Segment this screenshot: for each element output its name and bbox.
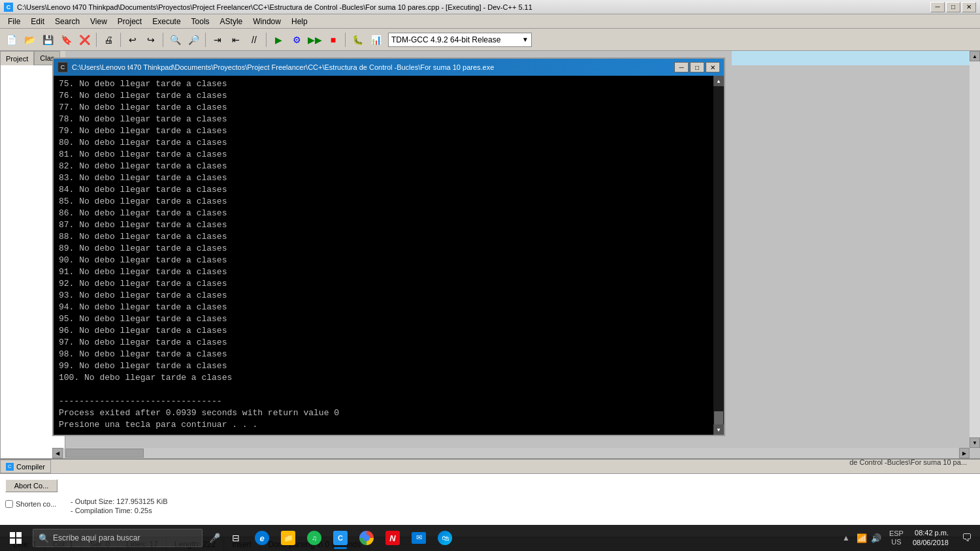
toolbar-separator-2 bbox=[120, 33, 121, 47]
scroll-up-button[interactable]: ▲ bbox=[713, 76, 724, 86]
taskbar-explorer-icon[interactable]: 📁 bbox=[275, 525, 301, 551]
menu-edit[interactable]: Edit bbox=[25, 14, 50, 28]
toolbar-separator-1 bbox=[96, 33, 97, 47]
shorten-label: Shorten co... bbox=[16, 500, 56, 508]
console-line: 89. No debo llegar tarde a clases bbox=[59, 243, 719, 255]
taskbar-edge-icon[interactable]: e bbox=[249, 525, 275, 551]
svg-rect-0 bbox=[10, 532, 15, 537]
console-line: 87. No debo llegar tarde a clases bbox=[59, 219, 719, 231]
volume-icon[interactable]: 🔊 bbox=[871, 533, 881, 543]
maximize-button[interactable]: □ bbox=[946, 2, 960, 12]
debug-button[interactable]: 🐛 bbox=[349, 31, 366, 48]
wifi-icon[interactable]: 📶 bbox=[857, 533, 867, 543]
print-button[interactable]: 🖨 bbox=[100, 31, 117, 48]
v-scroll-down-button[interactable]: ▼ bbox=[970, 437, 980, 448]
close-file-button[interactable]: ❌ bbox=[76, 31, 93, 48]
right-bar-highlight bbox=[732, 51, 980, 65]
menu-execute[interactable]: Execute bbox=[147, 14, 186, 28]
mic-button[interactable]: 🎤 bbox=[206, 530, 223, 546]
find-button[interactable]: 🔍 bbox=[167, 31, 184, 48]
console-maximize-button[interactable]: □ bbox=[690, 62, 704, 72]
compiler-label: TDM-GCC 4.9.2 64-bit Release bbox=[391, 35, 500, 44]
show-hidden-icons[interactable]: ▲ bbox=[840, 533, 853, 543]
task-view-button[interactable]: ⊟ bbox=[223, 525, 249, 551]
taskbar-devcpp-icon[interactable]: C bbox=[327, 525, 353, 551]
taskbar-mail-icon[interactable]: ✉ bbox=[406, 525, 432, 551]
h-scroll-left-button[interactable]: ◀ bbox=[52, 448, 63, 458]
menu-view[interactable]: View bbox=[85, 14, 112, 28]
run-button[interactable]: ▶▶ bbox=[306, 31, 323, 48]
menu-file[interactable]: File bbox=[3, 14, 25, 28]
menu-tools[interactable]: Tools bbox=[186, 14, 215, 28]
open-button[interactable]: 📂 bbox=[21, 31, 38, 48]
cortana-search[interactable]: 🔍 Escribe aquí para buscar bbox=[33, 529, 203, 547]
abort-button[interactable]: Abort Co... bbox=[5, 479, 57, 492]
save-button[interactable]: 💾 bbox=[39, 31, 56, 48]
menu-astyle[interactable]: AStyle bbox=[215, 14, 248, 28]
save-all-button[interactable]: 🔖 bbox=[57, 31, 74, 48]
menu-search[interactable]: Search bbox=[50, 14, 85, 28]
minimize-button[interactable]: ─ bbox=[930, 2, 945, 12]
h-scroll-thumb[interactable] bbox=[65, 449, 144, 458]
replace-button[interactable]: 🔎 bbox=[185, 31, 202, 48]
menu-help[interactable]: Help bbox=[286, 14, 313, 28]
undo-button[interactable]: ↩ bbox=[124, 31, 141, 48]
start-button[interactable] bbox=[0, 525, 31, 551]
console-window: C C:\Users\Lenovo t470 Thinkpad\Document… bbox=[52, 57, 725, 436]
project-tab[interactable]: Project bbox=[0, 51, 34, 65]
svg-rect-3 bbox=[16, 539, 22, 544]
close-button[interactable]: ✕ bbox=[962, 2, 976, 12]
vertical-scrollbar[interactable]: ▲ ▼ bbox=[970, 51, 980, 448]
console-line: 99. No debo llegar tarde a clases bbox=[59, 360, 719, 372]
output-size-line: - Output Size: 127.953125 KiB bbox=[71, 497, 168, 505]
toolbar-separator-5 bbox=[266, 33, 267, 47]
taskbar-store-icon[interactable]: 🛍 bbox=[432, 525, 458, 551]
console-line: 97. No debo llegar tarde a clases bbox=[59, 337, 719, 349]
unindent-button[interactable]: ⇤ bbox=[227, 31, 244, 48]
search-placeholder: Escribe aquí para buscar bbox=[53, 533, 140, 543]
console-line: 78. No debo llegar tarde a clases bbox=[59, 114, 719, 125]
shorten-checkbox[interactable] bbox=[5, 500, 13, 508]
console-title-icon: C bbox=[57, 62, 68, 72]
time-display: 08:42 p.m. bbox=[915, 528, 949, 538]
console-line: 93. No debo llegar tarde a clases bbox=[59, 290, 719, 302]
language-indicator[interactable]: ESP US bbox=[885, 529, 907, 546]
profile-button[interactable]: 📊 bbox=[367, 31, 384, 48]
indent-button[interactable]: ⇥ bbox=[209, 31, 226, 48]
console-minimize-button[interactable]: ─ bbox=[674, 62, 689, 72]
taskbar-spotify-icon[interactable]: ♫ bbox=[301, 525, 327, 551]
taskbar-chrome-icon[interactable] bbox=[353, 525, 380, 551]
taskbar-netflix-icon[interactable]: N bbox=[380, 525, 406, 551]
stop-button[interactable]: ■ bbox=[325, 31, 342, 48]
scroll-down-button[interactable]: ▼ bbox=[713, 424, 724, 435]
new-button[interactable]: 📄 bbox=[3, 31, 20, 48]
chevron-down-icon: ▼ bbox=[522, 36, 529, 43]
clock-area[interactable]: 08:42 p.m. 08/06/2018 bbox=[907, 525, 954, 551]
compiler-tab[interactable]: C Compiler bbox=[0, 460, 51, 473]
compile-run-button[interactable]: ▶ bbox=[270, 31, 287, 48]
scroll-thumb[interactable] bbox=[714, 411, 723, 424]
notification-button[interactable]: 🗨 bbox=[954, 525, 980, 551]
toolbar-separator-3 bbox=[163, 33, 163, 47]
v-scroll-up-button[interactable]: ▲ bbox=[970, 51, 980, 61]
horizontal-scrollbar[interactable]: ◀ ▶ bbox=[52, 448, 970, 458]
menu-window[interactable]: Window bbox=[248, 14, 286, 28]
compiler-dropdown[interactable]: TDM-GCC 4.9.2 64-bit Release ▼ bbox=[388, 33, 532, 47]
menu-project[interactable]: Project bbox=[112, 14, 147, 28]
bottom-tabs: C Compiler bbox=[0, 460, 980, 474]
menu-bar: File Edit Search View Project Execute To… bbox=[0, 14, 980, 29]
console-line: 85. No debo llegar tarde a clases bbox=[59, 196, 719, 208]
redo-button[interactable]: ↪ bbox=[142, 31, 159, 48]
console-line: 80. No debo llegar tarde a clases bbox=[59, 137, 719, 149]
comment-button[interactable]: // bbox=[246, 31, 263, 48]
compile-button[interactable]: ⚙ bbox=[288, 31, 305, 48]
console-line: 92. No debo llegar tarde a clases bbox=[59, 278, 719, 290]
console-line: 86. No debo llegar tarde a clases bbox=[59, 208, 719, 219]
console-close-button[interactable]: ✕ bbox=[706, 62, 720, 72]
console-line: 94. No debo llegar tarde a clases bbox=[59, 302, 719, 313]
console-line: 84. No debo llegar tarde a clases bbox=[59, 184, 719, 196]
console-line: 76. No debo llegar tarde a clases bbox=[59, 90, 719, 102]
svg-rect-1 bbox=[16, 532, 22, 537]
h-scroll-right-button[interactable]: ▶ bbox=[959, 448, 970, 458]
console-scrollbar[interactable]: ▲ ▼ bbox=[713, 76, 724, 435]
